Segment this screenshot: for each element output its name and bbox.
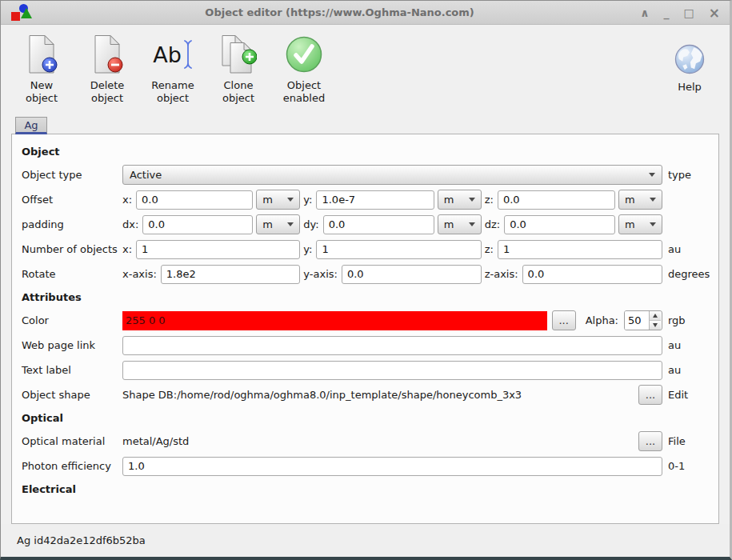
delete-object-button[interactable]: Deleteobject [81, 33, 134, 105]
count-x-label: x: [122, 243, 136, 255]
padding-dx-unit-value: m [262, 218, 273, 230]
offset-y-unit-value: m [444, 194, 454, 206]
padding-dy-input[interactable] [323, 215, 434, 234]
color-unit: rgb [662, 314, 712, 326]
green-check-icon [285, 35, 323, 74]
padding-dy-unit-select[interactable]: m [438, 214, 482, 234]
section-electrical: Electrical [22, 478, 712, 500]
padding-dz-unit-select[interactable]: m [618, 214, 662, 234]
object-type-value: Active [130, 169, 162, 181]
close-button[interactable]: × [709, 7, 720, 18]
section-object: Object [22, 141, 712, 162]
row-photon-efficiency: Photon efficiency 0-1 [22, 454, 712, 478]
row-web-page-link: Web page link au [22, 333, 712, 358]
chevron-down-icon [287, 222, 294, 226]
text-label-input[interactable] [122, 361, 662, 380]
tab-strip: Ag [1, 116, 730, 134]
padding-dx-input[interactable] [142, 215, 253, 234]
new-object-button[interactable]: Newobject [15, 33, 68, 105]
padding-dy-label: dy: [303, 218, 322, 230]
offset-y-unit-select[interactable]: m [438, 190, 482, 210]
offset-z-unit-select[interactable]: m [618, 190, 662, 210]
offset-label: Offset [22, 194, 122, 206]
count-unit: au [662, 243, 712, 255]
rotate-label: Rotate [22, 268, 122, 280]
padding-dx-unit-select[interactable]: m [256, 214, 300, 234]
object-type-label: Object type [22, 169, 122, 181]
row-optical-material: Optical material metal/Ag/std ... File [22, 429, 712, 454]
row-offset: Offset x: m y: m [22, 187, 712, 212]
new-document-icon [25, 34, 58, 74]
offset-x-label: x: [122, 194, 136, 206]
offset-z-label: z: [485, 194, 498, 206]
optical-material-value: metal/Ag/std [122, 435, 634, 447]
count-z-label: z: [485, 243, 498, 255]
spin-up-icon [653, 314, 658, 318]
rename-ab-icon: Ab [153, 39, 193, 70]
rotate-z-label: z-axis: [485, 268, 522, 280]
titlebar: Object editor (https://www.Oghma-Nano.co… [1, 1, 730, 25]
object-type-select[interactable]: Active [122, 165, 662, 185]
rotate-x-label: x-axis: [122, 268, 161, 280]
logo-triangle [21, 8, 32, 18]
alpha-input[interactable] [625, 311, 649, 330]
offset-z-input[interactable] [498, 190, 615, 210]
offset-y-input[interactable] [316, 190, 434, 210]
tab-ag[interactable]: Ag [15, 117, 47, 134]
maximize-button[interactable]: □ [684, 7, 694, 18]
rotate-y-input[interactable] [342, 265, 482, 284]
padding-dx-label: dx: [122, 218, 142, 230]
chevron-down-icon [287, 198, 294, 202]
chevron-down-icon [649, 173, 655, 177]
padding-dz-unit-value: m [625, 218, 635, 230]
object-shape-value: Shape DB:/home/rod/oghma/oghma8.0/inp_te… [122, 389, 634, 401]
count-z-input[interactable] [498, 240, 662, 259]
chevron-down-icon [650, 222, 656, 226]
alpha-spin-up[interactable] [650, 311, 661, 321]
section-optical: Optical [22, 407, 712, 429]
color-label: Color [22, 314, 122, 326]
count-y-input[interactable] [316, 240, 481, 259]
offset-x-input[interactable] [136, 190, 253, 210]
shade-button[interactable]: ∧ [640, 7, 649, 18]
web-link-label: Web page link [22, 339, 122, 351]
optical-material-browse-button[interactable]: ... [638, 431, 662, 451]
clone-documents-icon [220, 34, 257, 74]
row-number-of-objects: Number of objects x: y: z: au [22, 237, 712, 262]
delete-object-label: Deleteobject [90, 79, 125, 105]
alpha-label: Alpha: [586, 314, 618, 326]
rename-object-label: Renameobject [151, 79, 194, 105]
count-x-input[interactable] [136, 240, 300, 259]
section-attributes: Attributes [22, 286, 712, 308]
chevron-down-icon [650, 198, 656, 202]
alpha-spin-down[interactable] [650, 321, 661, 330]
toolbar: Newobject Deleteobject Ab [1, 25, 730, 111]
new-object-label: Newobject [26, 79, 58, 105]
padding-dz-input[interactable] [504, 215, 615, 234]
padding-dz-label: dz: [485, 218, 504, 230]
object-shape-browse-button[interactable]: ... [638, 385, 662, 405]
minimize-button[interactable]: _ [664, 7, 670, 18]
oghma-logo-icon [10, 2, 39, 23]
globe-icon [673, 42, 706, 76]
clone-object-label: Cloneobject [222, 79, 254, 105]
rotate-z-input[interactable] [522, 265, 662, 284]
web-link-input[interactable] [122, 336, 662, 355]
color-browse-button[interactable]: ... [552, 310, 576, 330]
rename-object-button[interactable]: Ab Renameobject [146, 33, 199, 105]
object-shape-label: Object shape [22, 389, 122, 401]
clone-object-button[interactable]: Cloneobject [212, 33, 265, 105]
object-type-unit: type [662, 169, 712, 181]
photon-efficiency-input[interactable] [122, 457, 662, 476]
rotate-x-input[interactable] [161, 265, 301, 284]
object-enabled-button[interactable]: Objectenabled [278, 33, 330, 105]
offset-x-unit-select[interactable]: m [256, 190, 300, 210]
count-y-label: y: [303, 243, 316, 255]
alpha-spinbox [624, 310, 662, 330]
chevron-down-icon [469, 198, 475, 202]
help-button[interactable]: Help [664, 33, 715, 93]
spin-down-icon [653, 323, 658, 327]
color-swatch[interactable]: 255 0 0 [122, 311, 547, 330]
padding-dy-unit-value: m [444, 218, 454, 230]
optical-material-unit: File [662, 435, 712, 447]
